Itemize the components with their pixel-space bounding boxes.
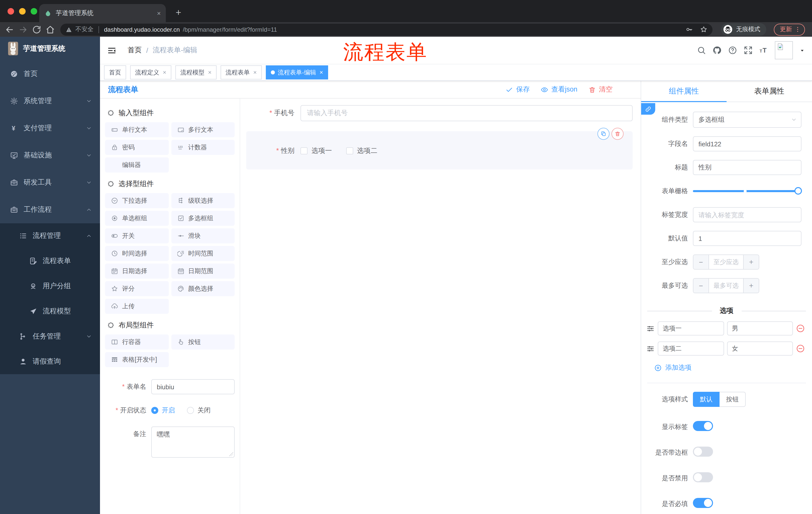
phone-input[interactable]: 请输入手机号 [300,105,633,121]
sidebar-subitem[interactable]: 流程模型 [0,299,100,324]
forward-icon[interactable] [18,24,29,34]
add-option-button[interactable]: 添加选项 [654,363,812,372]
checkbox-box[interactable] [346,147,353,154]
close-window-button[interactable] [7,8,14,15]
duplicate-field-button[interactable] [598,128,609,140]
gender-checkbox[interactable]: 选项二 [346,146,377,155]
sidebar-item[interactable]: 首页 [0,60,100,87]
form-remark-textarea[interactable]: 嘿嘿 [151,427,235,458]
tag[interactable]: 首页 × [104,65,126,79]
palette-component[interactable]: 多行文本 [171,122,235,137]
gender-checkbox[interactable]: 选项一 [300,146,332,155]
home-icon[interactable] [45,24,56,34]
sidebar-item[interactable]: 系统管理 [0,87,100,115]
form-name-input[interactable] [151,379,235,394]
sidebar-subitem[interactable]: 任务管理 [0,324,100,349]
style-default-button[interactable]: 默认 [693,392,720,407]
palette-component[interactable]: 评分 [105,281,169,296]
increment-button[interactable]: ＋ [743,255,759,269]
toggle-switch[interactable] [693,447,713,457]
sidebar-item[interactable]: 工作流程 [0,196,100,223]
palette-component[interactable]: 颜色选择 [171,281,235,296]
zoom-window-button[interactable] [31,8,37,15]
toggle-switch[interactable] [693,498,713,508]
component-type-select[interactable]: 多选框组 [693,112,802,128]
github-icon[interactable] [713,46,722,55]
tab-form-props[interactable]: 表单属性 [727,81,812,102]
delete-field-button[interactable] [611,128,624,140]
update-button[interactable]: 更新 [774,23,805,35]
view-json-button[interactable]: 查看json [541,85,577,94]
data-binding-tag[interactable] [641,103,655,115]
title-input[interactable] [693,160,802,175]
macos-traffic-lights[interactable] [7,8,37,15]
minimize-window-button[interactable] [19,8,26,15]
option-value-input[interactable] [727,342,793,356]
help-icon[interactable] [728,46,737,55]
canvas-field-phone[interactable]: 手机号 请输入手机号 [246,105,633,121]
new-tab-button[interactable]: ＋ [174,6,183,18]
checkbox-box[interactable] [300,147,308,154]
palette-component[interactable]: 123 计数器 [171,140,235,155]
palette-component[interactable]: 上传 [105,299,169,314]
grid-slider[interactable] [693,190,799,192]
close-tag-icon[interactable]: × [208,69,211,76]
status-off-radio[interactable]: 关闭 [187,406,210,415]
search-icon[interactable] [697,46,706,55]
increment-button[interactable]: ＋ [743,279,759,293]
toggle-switch[interactable] [693,421,713,431]
palette-component[interactable]: 开关 [105,228,169,243]
sidebar-subitem[interactable]: 用户分组 [0,274,100,299]
slider-handle[interactable] [794,187,802,195]
close-tag-icon[interactable]: × [320,69,323,76]
palette-component[interactable]: 滑块 [171,228,235,243]
palette-component[interactable]: 日期范围 [171,264,235,279]
drag-handle-icon[interactable] [646,344,655,353]
tag[interactable]: 流程定义 × [130,65,171,79]
label-width-input[interactable] [693,207,802,222]
tab-component-props[interactable]: 组件属性 [641,81,727,102]
avatar[interactable] [775,41,793,59]
option-label-input[interactable] [658,321,724,335]
palette-component[interactable]: 下拉选择 [105,193,169,208]
max-select-stepper[interactable]: − 最多可选 ＋ [693,278,759,293]
status-on-radio[interactable]: 开启 [151,406,175,415]
tag[interactable]: 流程模型 × [175,65,216,79]
close-tag-icon[interactable]: × [163,69,166,76]
remove-option-icon[interactable] [796,344,805,353]
clear-button[interactable]: 清空 [588,85,612,94]
tag[interactable]: 流程表单-编辑 × [266,65,328,79]
palette-component[interactable]: 按钮 [171,334,235,350]
caret-down-icon[interactable] [800,48,805,53]
palette-component[interactable]: 多选框组 [171,211,235,226]
default-value-input[interactable] [693,231,802,246]
toggle-switch[interactable] [693,472,713,482]
tag[interactable]: 流程表单 × [221,65,262,79]
password-key-icon[interactable] [685,26,693,33]
palette-component[interactable]: 编辑器 [105,157,169,172]
bookmark-star-icon[interactable] [700,26,707,33]
sidebar-item[interactable]: 研发工具 [0,169,100,196]
sidebar-subitem[interactable]: 请假查询 [0,349,100,374]
sidebar-subitem[interactable]: 流程表单 [0,248,100,274]
close-tab-icon[interactable]: × [157,9,161,17]
back-icon[interactable] [4,24,15,34]
hamburger-icon[interactable] [107,46,117,55]
option-label-input[interactable] [658,342,724,356]
palette-component[interactable]: 行容器 [105,334,169,350]
sidebar-item[interactable]: ¥ 支付管理 [0,115,100,142]
fullscreen-icon[interactable] [744,46,753,55]
remove-option-icon[interactable] [796,324,805,333]
canvas-field-gender-selected[interactable]: 性别 选项一 [246,131,633,169]
min-select-stepper[interactable]: − 至少应选 ＋ [693,254,759,270]
drag-handle-icon[interactable] [646,324,655,333]
palette-component[interactable]: 日期选择 [105,264,169,279]
max-select-placeholder[interactable]: 最多可选 [709,279,743,293]
decrement-button[interactable]: − [693,279,709,293]
reload-icon[interactable] [31,24,42,34]
save-button[interactable]: 保存 [505,85,530,94]
palette-component[interactable]: 密码 [105,140,169,155]
palette-component[interactable]: 表格[开发中] [105,352,169,367]
sidebar-subitem[interactable]: 流程管理 [0,223,100,248]
field-name-input[interactable] [693,136,802,152]
